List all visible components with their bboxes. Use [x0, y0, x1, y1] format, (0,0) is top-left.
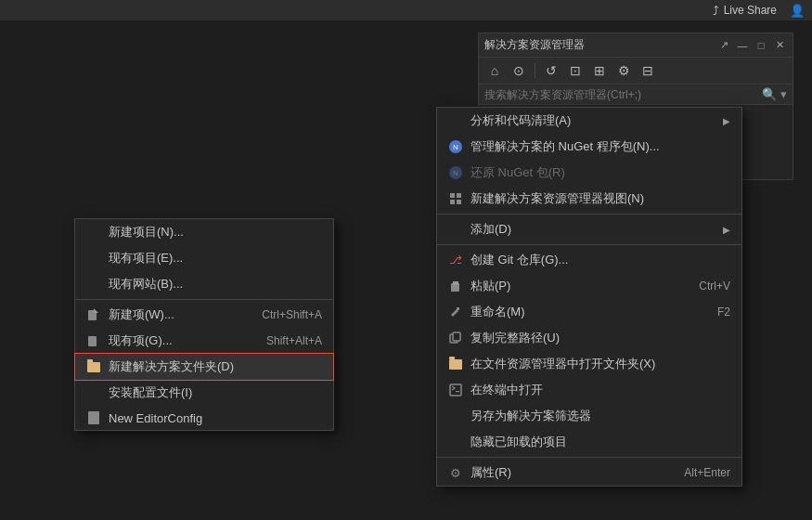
- toolbar-separator: [535, 63, 535, 78]
- new-solution-folder-label: 新建解决方案文件夹(D): [109, 358, 234, 375]
- view-button[interactable]: ⊞: [589, 60, 610, 81]
- analyze-icon: [448, 113, 463, 128]
- panel-title-bar: 解决方案资源管理器 ↗ — □ ✕: [479, 33, 793, 58]
- menu-item-paste[interactable]: 粘贴(P) Ctrl+V: [437, 273, 741, 299]
- rename-icon: [448, 305, 463, 319]
- svg-rect-6: [450, 200, 455, 204]
- properties-icon: ⚙: [448, 465, 463, 480]
- copy-path-icon: [448, 331, 463, 345]
- separator-r2: [437, 244, 741, 245]
- add-label: 添加(D): [470, 221, 511, 238]
- person-icon[interactable]: 👤: [790, 4, 805, 18]
- menu-item-copy-path[interactable]: 复制完整路径(U): [437, 325, 741, 351]
- hide-unloaded-icon: [448, 435, 463, 449]
- install-config-label: 安装配置文件(I): [109, 384, 192, 401]
- add-submenu-arrow: ▶: [723, 225, 730, 235]
- svg-rect-4: [450, 193, 455, 198]
- menu-item-properties[interactable]: ⚙ 属性(R) Alt+Enter: [437, 460, 741, 486]
- install-config-icon: [86, 385, 101, 400]
- menu-item-create-git-repo[interactable]: ⎇ 创建 Git 仓库(G)...: [437, 247, 741, 273]
- svg-rect-5: [457, 193, 461, 198]
- properties-label: 属性(R): [470, 464, 511, 481]
- save-filter-label: 另存为解决方案筛选器: [470, 408, 591, 424]
- menu-item-new-solution-folder[interactable]: 新建解决方案文件夹(D): [75, 354, 333, 380]
- minimize-button[interactable]: —: [735, 38, 750, 53]
- existing-item-shortcut: Shift+Alt+A: [266, 334, 322, 347]
- search-bar: 🔍 ▾: [479, 84, 793, 105]
- svg-rect-12: [453, 332, 460, 341]
- left-context-menu: 新建项目(N)... 现有项目(E)... 现有网站(B)... 新建项(W).…: [74, 218, 334, 431]
- search-input[interactable]: [484, 88, 758, 101]
- dock-button[interactable]: ⊟: [638, 60, 658, 81]
- save-filter-icon: [448, 409, 463, 423]
- search-icon[interactable]: 🔍: [762, 87, 777, 101]
- settings-button[interactable]: ⚙: [613, 60, 634, 81]
- menu-item-install-config[interactable]: 安装配置文件(I): [75, 380, 333, 406]
- menu-item-manage-nuget[interactable]: N 管理解决方案的 NuGet 程序包(N)...: [437, 134, 741, 160]
- svg-rect-2: [88, 336, 97, 346]
- menu-item-open-in-explorer[interactable]: 在文件资源管理器中打开文件夹(X): [437, 351, 741, 377]
- menu-item-add[interactable]: 添加(D) ▶: [437, 216, 741, 242]
- existing-website-icon: [86, 277, 101, 292]
- top-bar: ⤴ Live Share 👤: [0, 0, 812, 20]
- menu-item-new-project[interactable]: 新建项目(N)...: [75, 219, 333, 245]
- live-share-icon: ⤴: [713, 4, 719, 18]
- menu-item-open-in-terminal[interactable]: 在终端中打开: [437, 377, 741, 403]
- copy-path-label: 复制完整路径(U): [470, 330, 560, 346]
- separator-1: [75, 299, 333, 300]
- menu-item-new-item[interactable]: 新建项(W)... Ctrl+Shift+A: [75, 302, 333, 328]
- menu-item-new-editorconfig[interactable]: New EditorConfig: [75, 406, 333, 430]
- restore-nuget-label: 还原 NuGet 包(R): [470, 164, 565, 181]
- sync-button[interactable]: ⊙: [509, 60, 529, 81]
- menu-item-restore-nuget: N 还原 NuGet 包(R): [437, 160, 741, 186]
- menu-item-hide-unloaded[interactable]: 隐藏已卸载的项目: [437, 429, 741, 455]
- paste-icon: [448, 279, 463, 293]
- terminal-icon: [448, 383, 463, 397]
- new-project-icon: [86, 225, 101, 240]
- analyze-label: 分析和代码清理(A): [470, 112, 571, 129]
- rename-label: 重命名(M): [470, 304, 525, 320]
- svg-rect-10: [457, 307, 459, 310]
- paste-label: 粘贴(P): [470, 278, 510, 294]
- menu-item-save-as-filter[interactable]: 另存为解决方案筛选器: [437, 403, 741, 429]
- open-explorer-icon: [448, 357, 463, 371]
- pin-button[interactable]: ↗: [716, 38, 731, 53]
- home-button[interactable]: ⌂: [484, 60, 505, 81]
- menu-item-analyze-clean[interactable]: 分析和代码清理(A) ▶: [437, 108, 741, 134]
- open-terminal-label: 在终端中打开: [470, 382, 543, 398]
- existing-project-icon: [86, 251, 101, 266]
- right-context-menu: 分析和代码清理(A) ▶ N 管理解决方案的 NuGet 程序包(N)... N…: [436, 107, 742, 487]
- svg-rect-13: [450, 384, 461, 396]
- add-icon: [448, 222, 463, 237]
- panel-title: 解决方案资源管理器: [484, 37, 713, 53]
- paste-shortcut: Ctrl+V: [699, 280, 730, 292]
- panel-controls: ↗ — □ ✕: [716, 38, 787, 53]
- existing-website-label: 现有网站(B)...: [109, 276, 183, 292]
- search-options-icon[interactable]: ▾: [780, 87, 787, 101]
- open-explorer-label: 在文件资源管理器中打开文件夹(X): [470, 356, 655, 372]
- new-item-label: 新建项(W)...: [109, 306, 174, 323]
- refresh-button[interactable]: ↺: [541, 60, 561, 81]
- menu-item-existing-project[interactable]: 现有项目(E)...: [75, 245, 333, 271]
- new-view-icon: [448, 191, 463, 206]
- analyze-submenu-arrow: ▶: [723, 116, 730, 126]
- new-item-icon: [86, 307, 101, 322]
- menu-item-existing-item[interactable]: 现有项(G)... Shift+Alt+A: [75, 328, 333, 354]
- maximize-button[interactable]: □: [754, 38, 768, 53]
- live-share-button[interactable]: ⤴ Live Share: [707, 2, 782, 20]
- menu-item-new-solution-explorer-view[interactable]: 新建解决方案资源管理器视图(N): [437, 186, 741, 212]
- svg-rect-9: [453, 281, 458, 285]
- rename-shortcut: F2: [717, 306, 730, 318]
- existing-item-label: 现有项(G)...: [109, 332, 173, 349]
- nuget-icon: N: [448, 139, 463, 154]
- menu-item-rename[interactable]: 重命名(M) F2: [437, 299, 741, 325]
- close-button[interactable]: ✕: [772, 38, 787, 53]
- live-share-label: Live Share: [724, 4, 777, 17]
- filter-button[interactable]: ⊡: [565, 60, 586, 81]
- existing-item-icon: [86, 333, 101, 348]
- menu-item-existing-website[interactable]: 现有网站(B)...: [75, 271, 333, 297]
- svg-rect-3: [88, 411, 99, 424]
- svg-rect-7: [457, 200, 461, 204]
- separator-r3: [437, 457, 741, 458]
- new-view-label: 新建解决方案资源管理器视图(N): [470, 190, 644, 207]
